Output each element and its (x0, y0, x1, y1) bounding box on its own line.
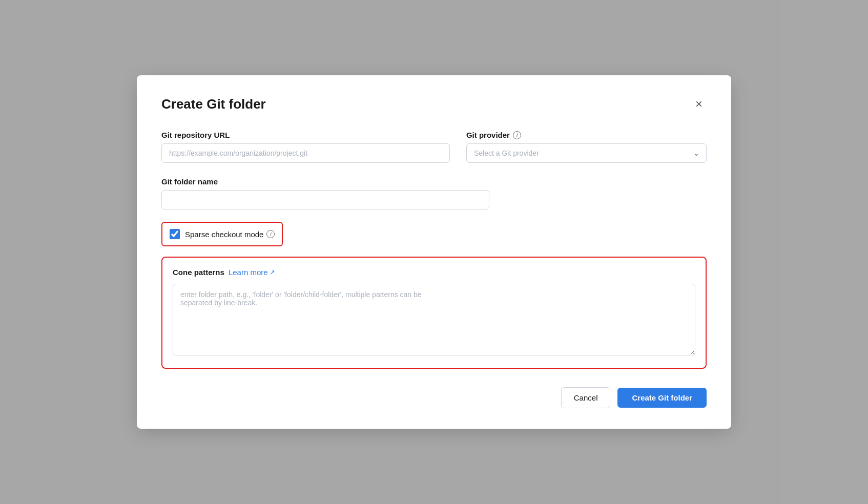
modal-dialog: Create Git folder × Git repository URL G… (137, 75, 731, 429)
sparse-checkout-label[interactable]: Sparse checkout mode i (185, 230, 275, 239)
git-url-label: Git repository URL (161, 131, 450, 139)
git-folder-name-group: Git folder name (161, 177, 489, 209)
create-git-folder-button[interactable]: Create Git folder (617, 388, 707, 408)
git-provider-label: Git provider i (466, 131, 707, 139)
folder-name-section: Git folder name (161, 177, 707, 209)
modal-overlay: Create Git folder × Git repository URL G… (0, 0, 868, 504)
sparse-checkout-info-icon: i (266, 230, 275, 238)
git-folder-name-input[interactable] (161, 190, 489, 209)
git-provider-group: Git provider i Select a Git provider Git… (466, 131, 707, 163)
modal-title: Create Git folder (161, 96, 266, 112)
git-provider-select-wrapper: Select a Git provider GitHub GitLab Bitb… (466, 143, 707, 163)
git-url-input[interactable] (161, 143, 450, 163)
cancel-button[interactable]: Cancel (561, 387, 611, 408)
cone-patterns-section: Cone patterns Learn more ↗ (161, 257, 707, 369)
url-provider-row: Git repository URL Git provider i Select… (161, 131, 707, 163)
sparse-checkout-row: Sparse checkout mode i (161, 222, 283, 246)
cone-patterns-header: Cone patterns Learn more ↗ (173, 268, 695, 277)
git-provider-select[interactable]: Select a Git provider GitHub GitLab Bitb… (466, 143, 707, 163)
learn-more-link[interactable]: Learn more ↗ (229, 268, 275, 277)
modal-footer: Cancel Create Git folder (161, 387, 707, 408)
git-url-group: Git repository URL (161, 131, 450, 163)
modal-header: Create Git folder × (161, 96, 707, 112)
sparse-checkout-checkbox[interactable] (170, 229, 180, 239)
external-link-icon: ↗ (270, 268, 275, 276)
cone-patterns-textarea[interactable] (173, 284, 695, 355)
git-provider-info-icon: i (513, 131, 521, 139)
git-folder-name-label: Git folder name (161, 177, 489, 186)
close-button[interactable]: × (691, 96, 707, 112)
